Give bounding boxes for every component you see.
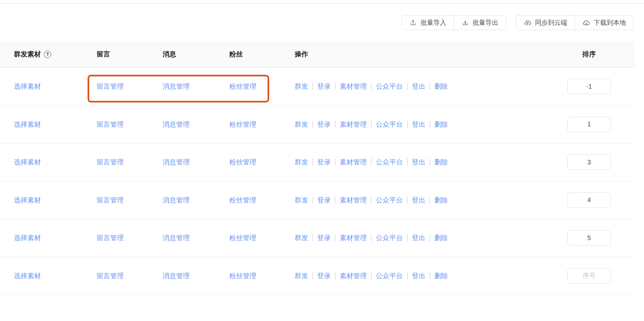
message-manage-link[interactable]: 消息管理 bbox=[163, 83, 190, 90]
fans-manage-link[interactable]: 粉丝管理 bbox=[229, 121, 256, 128]
comment-manage-link[interactable]: 留言管理 bbox=[97, 196, 124, 204]
action-divider bbox=[312, 272, 313, 279]
action-material-manage-link[interactable]: 素材管理 bbox=[340, 196, 367, 205]
select-material-link[interactable]: 选择素材 bbox=[14, 121, 41, 128]
sort-order-input[interactable] bbox=[567, 154, 611, 170]
action-material-manage-link[interactable]: 素材管理 bbox=[340, 233, 367, 242]
select-material-link[interactable]: 选择素材 bbox=[14, 83, 41, 90]
toolbar: 批量导入 批量导出 同步到云端 bbox=[0, 15, 634, 30]
upload-icon bbox=[409, 19, 417, 26]
comment-manage-link[interactable]: 留言管理 bbox=[97, 121, 124, 128]
actions-cell: 群发 登录 素材管理 公众平台 登出 删除 bbox=[295, 196, 567, 205]
fans-manage-link[interactable]: 粉丝管理 bbox=[229, 196, 256, 204]
action-divider bbox=[430, 83, 430, 90]
action-login-link[interactable]: 登录 bbox=[317, 82, 331, 91]
action-official-platform-link[interactable]: 公众平台 bbox=[376, 158, 403, 167]
action-divider bbox=[312, 83, 313, 90]
action-divider bbox=[430, 121, 430, 128]
action-logout-link[interactable]: 登出 bbox=[412, 158, 425, 167]
action-divider bbox=[371, 83, 372, 90]
action-logout-link[interactable]: 登出 bbox=[412, 120, 425, 129]
message-manage-link[interactable]: 消息管理 bbox=[163, 158, 190, 166]
cloud-download-icon bbox=[582, 19, 590, 27]
action-divider bbox=[407, 121, 408, 128]
action-material-manage-link[interactable]: 素材管理 bbox=[340, 271, 367, 280]
action-material-manage-link[interactable]: 素材管理 bbox=[340, 120, 367, 129]
action-divider bbox=[335, 83, 336, 90]
action-divider bbox=[407, 83, 408, 90]
action-divider bbox=[312, 159, 313, 166]
select-material-link[interactable]: 选择素材 bbox=[14, 158, 41, 166]
action-divider bbox=[371, 234, 372, 241]
message-manage-link[interactable]: 消息管理 bbox=[163, 272, 190, 279]
action-login-link[interactable]: 登录 bbox=[317, 120, 331, 129]
action-delete-link[interactable]: 删除 bbox=[434, 196, 448, 205]
action-delete-link[interactable]: 删除 bbox=[434, 271, 448, 280]
select-material-link[interactable]: 选择素材 bbox=[14, 196, 41, 204]
sort-order-input[interactable] bbox=[567, 192, 611, 208]
action-mass-send-link[interactable]: 群发 bbox=[295, 82, 308, 91]
action-delete-link[interactable]: 删除 bbox=[434, 82, 448, 91]
action-divider bbox=[430, 234, 430, 241]
comment-manage-link[interactable]: 留言管理 bbox=[97, 234, 124, 241]
action-material-manage-link[interactable]: 素材管理 bbox=[340, 82, 367, 91]
comment-manage-link[interactable]: 留言管理 bbox=[97, 272, 124, 279]
action-delete-link[interactable]: 删除 bbox=[434, 120, 448, 129]
action-divider bbox=[407, 234, 408, 241]
select-material-link[interactable]: 选择素材 bbox=[14, 234, 41, 241]
column-header-sort-label: 排序 bbox=[567, 50, 611, 59]
action-logout-link[interactable]: 登出 bbox=[412, 271, 425, 280]
action-login-link[interactable]: 登录 bbox=[317, 196, 331, 205]
action-delete-link[interactable]: 删除 bbox=[434, 233, 448, 242]
action-divider bbox=[430, 159, 430, 166]
action-official-platform-link[interactable]: 公众平台 bbox=[376, 196, 403, 205]
action-divider bbox=[407, 159, 408, 166]
action-mass-send-link[interactable]: 群发 bbox=[295, 196, 308, 205]
message-manage-link[interactable]: 消息管理 bbox=[163, 234, 190, 241]
action-login-link[interactable]: 登录 bbox=[317, 158, 331, 167]
comment-manage-link[interactable]: 留言管理 bbox=[97, 83, 124, 90]
top-divider bbox=[0, 3, 644, 4]
action-material-manage-link[interactable]: 素材管理 bbox=[340, 158, 367, 167]
cloud-upload-icon bbox=[524, 19, 532, 27]
batch-export-button[interactable]: 批量导出 bbox=[454, 15, 506, 30]
action-mass-send-link[interactable]: 群发 bbox=[295, 120, 308, 129]
download-to-local-button[interactable]: 下载到本地 bbox=[574, 15, 634, 30]
action-logout-link[interactable]: 登出 bbox=[412, 233, 425, 242]
fans-manage-link[interactable]: 粉丝管理 bbox=[229, 272, 256, 279]
sort-order-input[interactable] bbox=[567, 79, 611, 94]
fans-manage-link[interactable]: 粉丝管理 bbox=[229, 234, 256, 241]
action-logout-link[interactable]: 登出 bbox=[412, 82, 425, 91]
action-mass-send-link[interactable]: 群发 bbox=[295, 233, 308, 242]
sync-to-cloud-button[interactable]: 同步到云端 bbox=[516, 15, 575, 30]
sort-order-input[interactable] bbox=[567, 268, 611, 284]
action-official-platform-link[interactable]: 公众平台 bbox=[376, 82, 403, 91]
help-icon[interactable]: ? bbox=[44, 51, 51, 58]
action-mass-send-link[interactable]: 群发 bbox=[295, 271, 308, 280]
actions-cell: 群发 登录 素材管理 公众平台 登出 删除 bbox=[295, 120, 567, 129]
action-login-link[interactable]: 登录 bbox=[317, 233, 331, 242]
column-header-material-label: 群发素材 bbox=[14, 50, 41, 59]
sort-order-input[interactable] bbox=[567, 117, 611, 132]
column-header-message: 消息 bbox=[163, 50, 229, 59]
message-manage-link[interactable]: 消息管理 bbox=[163, 121, 190, 128]
select-material-link[interactable]: 选择素材 bbox=[14, 272, 41, 279]
action-mass-send-link[interactable]: 群发 bbox=[295, 158, 308, 167]
column-header-actions: 操作 bbox=[295, 50, 567, 59]
action-delete-link[interactable]: 删除 bbox=[434, 158, 448, 167]
action-official-platform-link[interactable]: 公众平台 bbox=[376, 120, 403, 129]
batch-import-button[interactable]: 批量导入 bbox=[402, 15, 454, 30]
action-divider bbox=[371, 272, 372, 279]
comment-manage-link[interactable]: 留言管理 bbox=[97, 158, 124, 166]
action-official-platform-link[interactable]: 公众平台 bbox=[376, 233, 403, 242]
sort-order-input[interactable] bbox=[567, 230, 611, 246]
cloud-button-group: 同步到云端 下载到本地 bbox=[516, 15, 634, 30]
fans-manage-link[interactable]: 粉丝管理 bbox=[229, 158, 256, 166]
message-manage-link[interactable]: 消息管理 bbox=[163, 196, 190, 204]
batch-export-label: 批量导出 bbox=[473, 18, 498, 27]
action-login-link[interactable]: 登录 bbox=[317, 271, 331, 280]
column-header-comment: 留言 bbox=[97, 50, 163, 59]
action-official-platform-link[interactable]: 公众平台 bbox=[376, 271, 403, 280]
action-logout-link[interactable]: 登出 bbox=[412, 196, 425, 205]
fans-manage-link[interactable]: 粉丝管理 bbox=[229, 83, 256, 90]
